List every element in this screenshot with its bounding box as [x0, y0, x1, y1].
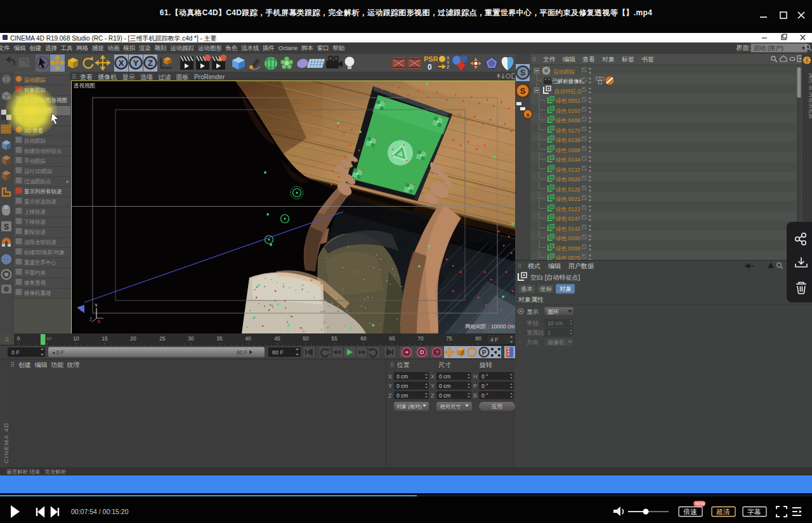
svg-text:绿色 0147: 绿色 0147: [556, 216, 580, 222]
svg-text:◦: ◦: [519, 339, 521, 345]
svg-text:◂ 0 F: ◂ 0 F: [52, 349, 64, 356]
svg-text:Z: Z: [388, 392, 392, 399]
svg-text:10 cm: 10 cm: [547, 320, 563, 326]
svg-text:Z: Z: [148, 58, 153, 68]
svg-text:显示: 显示: [527, 308, 539, 315]
svg-text:0 °: 0 °: [481, 383, 488, 389]
svg-text:基本: 基本: [521, 285, 534, 292]
svg-text:S: S: [4, 223, 9, 231]
svg-text:绿色 0408: 绿色 0408: [556, 117, 580, 124]
svg-text:80 F: 80 F: [272, 349, 284, 356]
svg-text:绿色 0388: 绿色 0388: [556, 147, 580, 153]
svg-text:摄像机: 摄像机: [547, 339, 565, 345]
svg-text:运动跟踪: 运动跟踪: [553, 68, 575, 75]
svg-text:绿色 0123: 绿色 0123: [556, 206, 580, 212]
svg-text:0 °: 0 °: [481, 373, 488, 380]
svg-text:4F: 4F: [46, 336, 52, 342]
svg-text:属性 层 内容浏览器: 属性 层 内容浏览器: [808, 73, 812, 119]
svg-text:X: X: [447, 56, 450, 60]
svg-text:绿色 0100: 绿色 0100: [556, 235, 580, 242]
svg-text:55: 55: [331, 335, 337, 342]
svg-text:绿色 0026: 绿色 0026: [556, 176, 580, 183]
svg-text:10: 10: [73, 335, 79, 342]
svg-text:NEW: NEW: [695, 501, 705, 506]
svg-text:绿色 0160: 绿色 0160: [556, 108, 580, 114]
svg-text:Y: Y: [447, 60, 450, 65]
svg-text:编辑: 编辑: [563, 56, 575, 63]
svg-text:绿色 0551: 绿色 0551: [556, 98, 580, 104]
svg-text:位置: 位置: [396, 361, 410, 368]
svg-text:Y: Y: [95, 302, 98, 308]
svg-text:0 cm: 0 cm: [439, 383, 450, 389]
svg-text:Y: Y: [388, 383, 392, 389]
svg-text:70: 70: [417, 335, 424, 342]
svg-text:◦: ◦: [519, 330, 521, 335]
svg-text:宽高比: 宽高比: [527, 329, 545, 336]
svg-text:⠿: ⠿: [390, 362, 395, 368]
svg-text:绿色 0170: 绿色 0170: [556, 127, 580, 134]
svg-text:40: 40: [245, 335, 251, 342]
svg-text:字幕: 字幕: [747, 508, 761, 515]
svg-text:X: X: [97, 319, 101, 325]
svg-text:绿色 0021: 绿色 0021: [556, 196, 580, 202]
svg-text:自动特征点: 自动特征点: [554, 88, 582, 94]
svg-text:0 cm: 0 cm: [439, 373, 450, 380]
svg-text:倍速: 倍速: [683, 508, 697, 515]
svg-text:PSR: PSR: [424, 55, 438, 63]
svg-text:s: s: [526, 112, 529, 118]
svg-text:0 cm: 0 cm: [439, 392, 450, 399]
svg-text:80 F: 80 F: [237, 349, 247, 356]
svg-text:半径 .: 半径 .: [527, 320, 542, 326]
svg-text:绿色 0099: 绿色 0099: [556, 245, 580, 252]
svg-text:15: 15: [102, 335, 108, 342]
svg-text:B: B: [473, 392, 477, 399]
svg-text:用户数据: 用户数据: [568, 262, 594, 269]
svg-text:旋转: 旋转: [479, 361, 492, 368]
svg-text:标签: 标签: [621, 56, 634, 63]
svg-text:1: 1: [547, 330, 551, 336]
svg-text:应用: 应用: [492, 403, 502, 410]
svg-text:尺寸: 尺寸: [438, 361, 451, 368]
svg-text:65: 65: [389, 335, 395, 342]
svg-text:Z: Z: [431, 392, 435, 399]
svg-text:Z: Z: [447, 65, 450, 69]
svg-text:Y: Y: [133, 58, 139, 68]
svg-text:0 cm: 0 cm: [396, 383, 408, 389]
svg-text:H: H: [473, 373, 478, 380]
svg-text:30: 30: [188, 335, 194, 342]
svg-text:P: P: [473, 383, 477, 389]
svg-text:编辑: 编辑: [548, 262, 561, 269]
svg-text:⠿: ⠿: [5, 337, 10, 343]
svg-text:Y: Y: [431, 383, 435, 389]
svg-text:网格间距 : 10000 cm: 网格间距 : 10000 cm: [465, 323, 514, 330]
svg-text:◦: ◦: [519, 320, 521, 326]
svg-text:文件: 文件: [543, 56, 556, 63]
svg-text:查看: 查看: [582, 56, 595, 63]
svg-text:绝对尺寸: 绝对尺寸: [440, 404, 461, 410]
svg-text:S: S: [520, 86, 526, 96]
svg-text:X: X: [431, 373, 435, 380]
svg-text:35: 35: [216, 335, 223, 342]
svg-text:绿色 0132: 绿色 0132: [556, 167, 580, 173]
svg-text:45: 45: [274, 335, 280, 342]
svg-text:0 F: 0 F: [11, 349, 20, 356]
svg-text:P: P: [482, 349, 487, 356]
svg-text:绿色 0070: 绿色 0070: [556, 255, 580, 260]
svg-text:0 cm: 0 cm: [396, 373, 408, 380]
svg-text:圆环: 圆环: [547, 309, 559, 315]
svg-text:透视视图: 透视视图: [74, 82, 95, 89]
svg-text:空白 [自动特征点]: 空白 [自动特征点]: [530, 274, 580, 281]
svg-text:已解析摄像机: 已解析摄像机: [552, 78, 585, 84]
svg-text:4 F: 4 F: [490, 337, 498, 343]
svg-text:坐标: 坐标: [540, 285, 553, 292]
svg-text:S: S: [520, 68, 525, 77]
svg-text:0: 0: [17, 335, 20, 342]
svg-text:75: 75: [446, 335, 452, 342]
svg-text:对象 (相对): 对象 (相对): [396, 404, 422, 410]
svg-text:绿色 0142: 绿色 0142: [556, 226, 580, 232]
svg-text:⠿: ⠿: [518, 263, 522, 269]
svg-text:⠿: ⠿: [532, 56, 537, 63]
svg-text:绿色 0125: 绿色 0125: [556, 186, 580, 193]
svg-text:X: X: [119, 58, 124, 68]
svg-text:00:07:54 / 00:15:20: 00:07:54 / 00:15:20: [71, 508, 129, 515]
